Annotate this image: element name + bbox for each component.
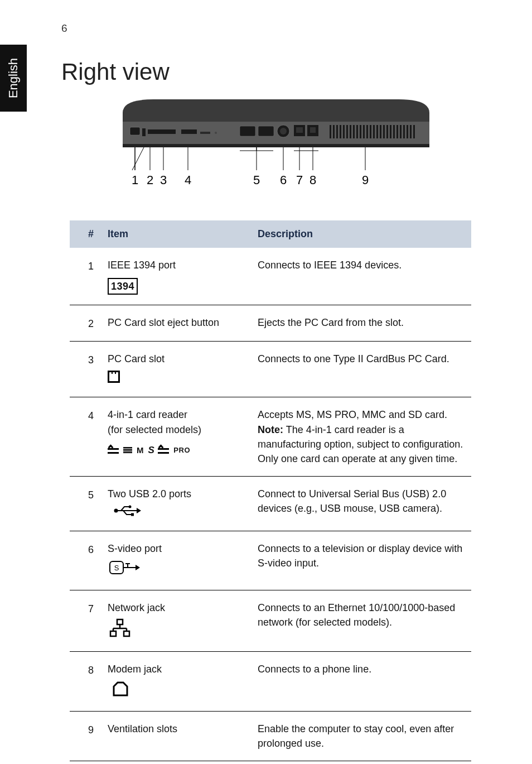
svg-rect-33 [386,125,388,138]
svg-rect-34 [390,125,391,138]
item-name-line2: (for selected models) [108,422,258,437]
svg-rect-16 [330,125,331,138]
svg-rect-22 [350,125,351,138]
features-table: # Item Description 1 IEEE 1394 port 1394… [70,220,471,761]
callout-1: 1 [132,173,138,187]
memorystick-icon [108,446,119,454]
table-row: 9 Ventilation slots Enable the computer … [70,712,471,761]
item-description: Ejects the PC Card from the slot. [258,315,466,331]
svg-rect-72 [110,631,116,636]
table-row: 7 Network jack Connects to an Ethernet 1… [70,590,471,652]
ethernet-icon [109,618,131,641]
row-number: 4 [78,407,104,465]
table-row: 3 PC Card slot Connects to one Type II C… [70,342,471,397]
svg-marker-66 [136,565,140,570]
svg-rect-32 [383,125,385,138]
svg-point-7 [215,132,217,134]
svg-line-43 [132,147,144,170]
table-row: 6 S-video port S Connects to a televisio… [70,531,471,590]
svg-rect-29 [373,125,375,138]
svg-rect-37 [400,125,402,138]
item-name: IEEE 1394 port [108,258,258,272]
language-label: English [6,58,21,98]
language-tab: English [0,45,27,112]
svg-rect-13 [296,127,303,133]
svg-rect-19 [340,125,341,138]
item-name: S-video port [108,541,258,556]
svg-rect-23 [353,125,355,138]
row-number: 7 [78,600,104,641]
callout-9: 9 [362,173,369,187]
callout-2: 2 [147,173,153,187]
svg-rect-9 [258,126,274,136]
svg-rect-35 [393,125,395,138]
svg-rect-4 [148,129,176,134]
callout-6: 6 [280,173,287,187]
m-logo: M [137,444,144,457]
table-row: 1 IEEE 1394 port 1394 Connects to IEEE 1… [70,248,471,305]
svg-rect-67 [117,619,123,624]
item-description: Connects to a television or display devi… [258,541,466,580]
svg-rect-18 [336,125,338,138]
usb-icon [113,504,141,521]
svg-point-59 [129,505,132,508]
memorystick-icon [158,446,169,454]
svg-rect-36 [396,125,398,138]
item-description: Connect to Universal Serial Bus (USB) 2.… [258,487,466,521]
table-row: 5 Two USB 2.0 ports Connect to Universal… [70,477,471,531]
row-number: 3 [78,352,104,387]
header-number: # [78,228,104,240]
svg-rect-28 [370,125,371,138]
svg-rect-20 [343,125,345,138]
table-row: 8 Modem jack Connects to a phone line. [70,652,471,711]
svg-rect-24 [356,125,358,138]
row-number: 8 [78,662,104,700]
item-name: Modem jack [108,662,258,676]
right-view-diagram: 1 2 3 4 5 6 7 8 9 [120,95,432,206]
section-heading: Right view [61,59,170,85]
svg-rect-27 [366,125,368,138]
row-number: 2 [78,315,104,331]
pc-card-slot-icon [108,371,120,383]
svideo-icon: S [109,559,140,580]
mmc-icon [123,447,132,453]
note-text: The 4-in-1 card reader is a manufacturin… [258,424,463,464]
sd-logo: S [148,444,154,458]
svg-rect-38 [403,125,405,138]
callout-7: 7 [296,173,303,187]
svg-rect-1 [123,144,429,147]
item-description: Enable the computer to stay cool, even a… [258,722,466,751]
pro-label: PRO [173,445,190,456]
card-reader-logos: M S PRO [108,444,258,458]
svg-text:S: S [114,564,119,572]
row-number: 9 [78,722,104,751]
callout-4: 4 [185,173,191,187]
row-number: 5 [78,487,104,521]
callout-8: 8 [309,173,316,187]
svg-rect-40 [410,125,412,138]
ieee1394-icon: 1394 [108,278,138,295]
svg-point-11 [280,128,287,134]
svg-rect-8 [240,126,255,136]
row-number: 6 [78,541,104,580]
item-name-line1: 4-in-1 card reader [108,407,258,422]
item-description-note: Note: The 4-in-1 card reader is a manufa… [258,422,466,466]
item-name: PC Card slot [108,352,258,366]
item-name: Two USB 2.0 ports [108,487,258,501]
table-row: 2 PC Card slot eject button Ejects the P… [70,305,471,342]
svg-rect-6 [200,132,210,134]
item-name: Ventilation slots [104,722,258,751]
modem-icon [112,681,129,701]
callout-3: 3 [160,173,167,187]
svg-rect-60 [131,513,134,516]
item-name: Network jack [108,600,258,615]
svg-rect-17 [333,125,335,138]
header-description: Description [258,228,466,240]
svg-rect-2 [130,127,140,135]
svg-rect-3 [142,128,146,136]
svg-rect-21 [346,125,348,138]
svg-rect-31 [380,125,381,138]
callout-5: 5 [253,173,260,187]
table-row: 4 4-in-1 card reader (for selected model… [70,397,471,476]
item-description: Connects to a phone line. [258,662,466,700]
